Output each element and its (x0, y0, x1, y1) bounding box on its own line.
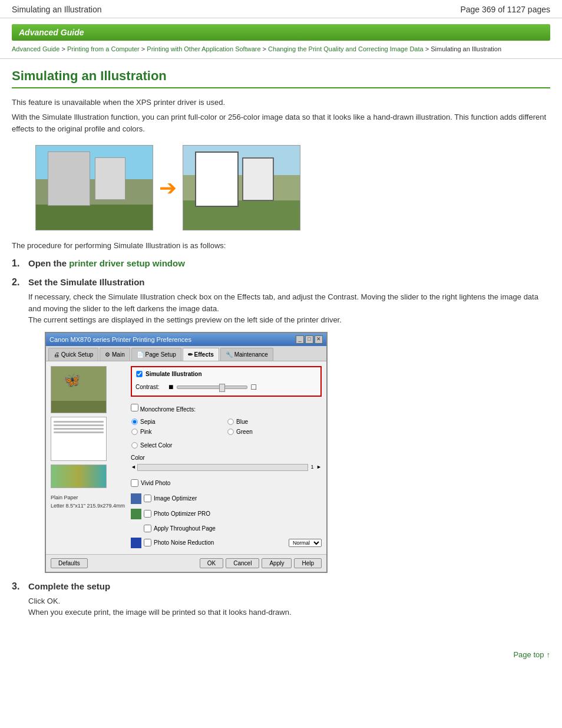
defaults-button[interactable]: Defaults (51, 558, 88, 568)
color-subsection: Color ◄ 1 ► (131, 453, 322, 472)
close-btn[interactable]: ✕ (315, 335, 323, 344)
step-3-title: Complete the setup (28, 581, 110, 591)
preview-butterfly-image: 🦋 (51, 366, 107, 413)
vivid-row: Vivid Photo (131, 479, 322, 487)
after-image (183, 145, 300, 230)
image-optimizer-icon (131, 493, 141, 504)
radio-sepia: Sepia (131, 417, 226, 426)
radio-group-monochrome: Sepia Blue Pink (131, 417, 322, 436)
photo-noise-row: Photo Noise Reduction Normal Strong (131, 538, 322, 548)
dialog-tabs: 🖨 Quick Setup ⚙ Main 📄 Page Setup ✏ Effe… (46, 346, 326, 361)
select-color-label: Select Color (140, 441, 172, 450)
vivid-label: Vivid Photo (141, 479, 170, 487)
ok-button[interactable]: OK (200, 558, 223, 568)
before-image (35, 145, 153, 230)
light-icon: □ (251, 381, 256, 393)
scroll-right-arrow[interactable]: ► (316, 463, 322, 472)
photo-noise-label: Photo Noise Reduction (154, 538, 214, 547)
scroll-left-arrow[interactable]: ◄ (131, 463, 136, 472)
page-number: Page 369 of 1127 pages (460, 5, 550, 14)
simulate-checkbox-row: Simulate Illustration (135, 370, 317, 378)
green-label: Green (236, 427, 253, 436)
photo-noise-checkbox[interactable] (144, 539, 151, 546)
image-comparison: ➔ (35, 145, 550, 230)
image-optimizer-row: Image Optimizer (131, 493, 322, 504)
photo-optimizer-pro-checkbox[interactable] (144, 510, 151, 518)
breadcrumb-printing-computer[interactable]: Printing from a Computer (67, 45, 140, 52)
color-track (137, 464, 308, 471)
apply-button[interactable]: Apply (262, 558, 292, 568)
apply-throughout-label: Apply Throughout Page (154, 524, 216, 533)
sepia-label: Sepia (140, 417, 156, 426)
page-line-1 (54, 421, 104, 423)
intro-text-1: This feature is unavailable when the XPS… (12, 97, 550, 108)
color-scrollbar: ◄ 1 ► (131, 463, 322, 472)
step-3-body2: When you execute print, the image will b… (28, 607, 550, 618)
tab-effects[interactable]: ✏ Effects (183, 348, 219, 361)
breadcrumb-advanced-guide[interactable]: Advanced Guide (12, 45, 59, 52)
contrast-slider-thumb[interactable] (219, 384, 225, 392)
blue-label: Blue (236, 417, 248, 426)
radio-blue: Blue (227, 417, 322, 426)
dialog-footer: Defaults OK Cancel Apply Help (46, 554, 326, 572)
dialog-btn-group: OK Cancel Apply Help (200, 558, 322, 568)
radio-green: Green (227, 427, 322, 436)
contrast-slider-track (177, 386, 247, 389)
page-line-2 (54, 424, 104, 426)
page-top-arrow: ↑ (547, 650, 551, 659)
apply-throughout-checkbox[interactable] (144, 525, 151, 532)
cancel-button[interactable]: Cancel (226, 558, 259, 568)
main-content: Simulating an Illustration This feature … (0, 59, 562, 638)
tab-page-setup[interactable]: 📄 Page Setup (131, 348, 181, 361)
page-header: Simulating an Illustration Page 369 of 1… (0, 0, 562, 18)
page-bottom: Page top ↑ (0, 638, 562, 671)
paper-info: Plain PaperLetter 8.5"x11" 215.9x279.4mm (51, 494, 125, 510)
intro-text-2: With the Simulate Illustration function,… (12, 111, 550, 134)
page-line-4 (54, 431, 104, 433)
breadcrumb-current: Simulating an Illustration (431, 45, 501, 52)
radio-pink-input[interactable] (131, 429, 137, 434)
simulate-checkbox[interactable] (136, 371, 142, 377)
preview-page (51, 417, 107, 461)
printer-driver-link[interactable]: printer driver setup window (69, 258, 185, 268)
dialog-title: Canon MX870 series Printer Printing Pref… (49, 335, 191, 345)
breadcrumb-changing-quality[interactable]: Changing the Print Quality and Correctin… (268, 45, 424, 52)
apply-throughout-row: Apply Throughout Page (144, 524, 322, 533)
step-1: 1. Open the printer driver setup window (12, 258, 550, 269)
page-title: Simulating an Illustration (12, 68, 550, 88)
simulate-box: Simulate Illustration Contrast: ■ □ (131, 366, 322, 397)
step-1-title: Open the printer driver setup window (28, 258, 185, 268)
radio-sepia-input[interactable] (131, 419, 137, 424)
tab-maintenance[interactable]: 🔧 Maintenance (220, 348, 273, 361)
dark-icon: ■ (168, 381, 173, 393)
color-label: Color (131, 453, 322, 462)
step-2-title: Set the Simulate Illustration (28, 277, 145, 287)
step-1-number: 1. (12, 258, 24, 269)
step-3: 3. Complete the setup Click OK. When you… (12, 581, 550, 618)
radio-blue-input[interactable] (227, 419, 233, 424)
contrast-label: Contrast: (135, 383, 165, 391)
tab-main[interactable]: ⚙ Main (100, 348, 130, 361)
noise-select[interactable]: Normal Strong (289, 539, 322, 547)
color-preview-block (51, 465, 107, 488)
dialog-left-panel: 🦋 Plain PaperLetter 8. (51, 366, 125, 549)
breadcrumb-printing-other[interactable]: Printing with Other Application Software (147, 45, 260, 52)
step-2: 2. Set the Simulate Illustration If nece… (12, 277, 550, 573)
radio-select-color-input[interactable] (131, 442, 137, 448)
image-optimizer-checkbox[interactable] (144, 495, 151, 502)
minimize-btn[interactable]: _ (296, 335, 304, 344)
maximize-btn[interactable]: □ (305, 335, 313, 344)
vivid-checkbox[interactable] (131, 479, 138, 487)
contrast-row: Contrast: ■ □ (135, 381, 317, 393)
tab-quick-setup[interactable]: 🖨 Quick Setup (48, 348, 98, 361)
page-top-link[interactable]: Page top ↑ (513, 650, 550, 659)
photo-noise-icon (131, 538, 141, 548)
radio-green-input[interactable] (227, 429, 233, 434)
advanced-guide-banner: Advanced Guide (12, 24, 550, 41)
monochrome-checkbox[interactable] (131, 404, 138, 411)
page-line-3 (54, 428, 104, 430)
pink-label: Pink (140, 427, 151, 436)
dialog-body: 🦋 Plain PaperLetter 8. (46, 361, 326, 554)
radio-pink: Pink (131, 427, 226, 436)
help-button[interactable]: Help (294, 558, 322, 568)
